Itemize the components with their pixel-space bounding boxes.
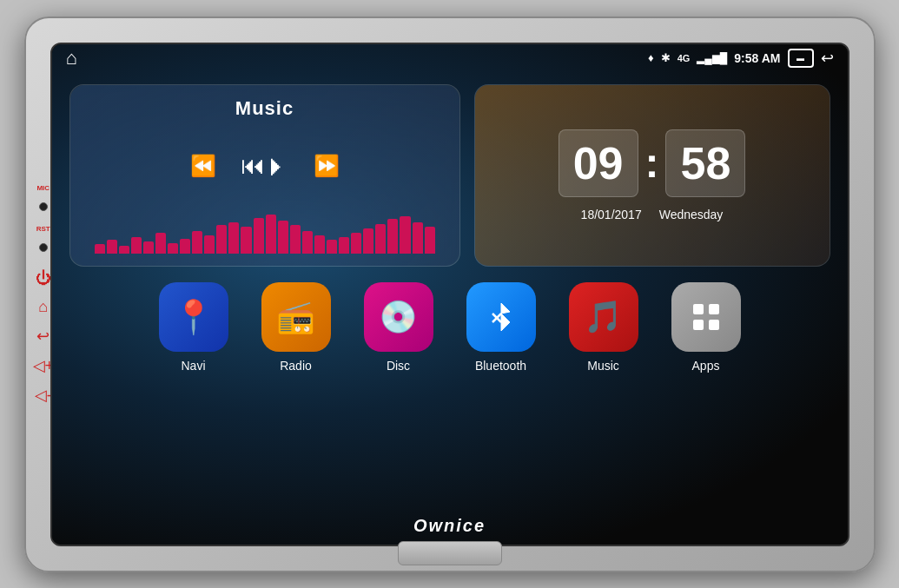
status-time: 9:58 AM (734, 51, 780, 65)
viz-bar (168, 243, 178, 254)
viz-bar (278, 221, 288, 253)
apps-label: Apps (692, 359, 720, 373)
viz-bar (351, 233, 361, 254)
music-icon: 🎵 (584, 299, 623, 335)
bottom-connector (398, 541, 502, 565)
screen-background: ⌂ ♦ ✱ 4G ▂▄▆█ 9:58 AM ▬ ↩ (52, 44, 848, 545)
forward-button[interactable]: ⏩ (314, 154, 340, 178)
radio-label: Radio (280, 359, 312, 373)
status-right: ♦ ✱ 4G ▂▄▆█ 9:58 AM ▬ ↩ (648, 49, 834, 68)
app-disc[interactable]: 💿 Disc (360, 282, 438, 373)
viz-bar (241, 227, 251, 254)
widgets-row: Music ⏪ ⏮⏵ ⏩ 09 : (52, 76, 848, 275)
clock-date-row: 18/01/2017 Wednesday (581, 208, 724, 221)
main-screen: ⌂ ♦ ✱ 4G ▂▄▆█ 9:58 AM ▬ ↩ (50, 43, 849, 546)
clock-date: 18/01/2017 (581, 208, 642, 221)
recent-apps-button[interactable]: ▬ (788, 49, 814, 68)
clock-digits: 09 : 58 (559, 129, 746, 197)
rst-indicator (39, 243, 48, 252)
rst-label: RST (36, 225, 50, 233)
bluetooth-icon-bg (466, 282, 536, 352)
viz-bar (119, 246, 129, 254)
navi-label: Navi (181, 359, 205, 373)
navi-icon: 📍 (173, 298, 214, 336)
viz-bar (339, 237, 349, 254)
viz-bar (192, 231, 202, 254)
app-radio[interactable]: 📻 Radio (257, 282, 335, 373)
main-content-area: Music ⏪ ⏮⏵ ⏩ 09 : (52, 76, 848, 545)
music-widget-title: Music (235, 97, 294, 120)
back-button[interactable]: ↩ (821, 49, 834, 68)
viz-bar (387, 219, 398, 253)
svg-rect-2 (693, 304, 704, 314)
power-button[interactable]: ⏻ (36, 269, 51, 287)
mic-label: MIC (36, 184, 50, 192)
app-apps[interactable]: Apps (667, 282, 745, 373)
status-left: ⌂ (66, 47, 77, 69)
viz-bar (95, 244, 105, 253)
music-icon-bg: 🎵 (569, 282, 638, 352)
disc-icon-bg: 💿 (364, 282, 433, 352)
location-icon: ♦ (648, 51, 654, 64)
clock-minutes: 58 (665, 129, 745, 197)
viz-bar (155, 233, 166, 254)
viz-bar (363, 228, 373, 254)
apps-row: 📍 Navi 📻 Radio 💿 (52, 275, 848, 373)
4g-icon: 4G (678, 53, 691, 63)
app-bluetooth[interactable]: Bluetooth (462, 282, 540, 373)
radio-icon: 📻 (276, 299, 315, 335)
radio-icon-bg: 📻 (261, 282, 331, 352)
viz-bar (254, 218, 264, 254)
clock-colon: : (645, 139, 659, 187)
play-pause-button[interactable]: ⏮⏵ (241, 151, 289, 180)
viz-bar (216, 225, 227, 253)
back-side-button[interactable]: ↩ (36, 327, 50, 346)
bluetooth-icon (482, 298, 520, 336)
device-body: MIC RST ⏻ ⌂ ↩ ◁+ ◁- ⌂ ♦ ✱ 4G ▂▄▆█ 9:58 (24, 17, 876, 572)
viz-bar (290, 225, 301, 253)
viz-bar (266, 215, 276, 253)
volume-down-button[interactable]: ◁- (35, 386, 52, 405)
viz-bar (375, 224, 386, 254)
disc-label: Disc (387, 359, 410, 373)
svg-rect-5 (709, 320, 719, 330)
svg-rect-3 (709, 304, 719, 314)
viz-bar (314, 235, 325, 253)
viz-bar (131, 237, 142, 254)
status-bar: ⌂ ♦ ✱ 4G ▂▄▆█ 9:58 AM ▬ ↩ (52, 44, 848, 72)
apps-icon-bg (671, 282, 741, 352)
music-visualizer (88, 212, 442, 254)
apps-grid-icon (687, 298, 725, 336)
viz-bar (204, 235, 215, 253)
app-navi[interactable]: 📍 Navi (155, 282, 233, 373)
disc-icon: 💿 (379, 299, 418, 335)
clock-widget: 09 : 58 18/01/2017 Wednesday (474, 84, 830, 267)
bluetooth-label: Bluetooth (475, 359, 526, 373)
app-music[interactable]: 🎵 Music (565, 282, 643, 373)
clock-day: Wednesday (659, 208, 724, 221)
home-icon[interactable]: ⌂ (66, 47, 77, 69)
music-label: Music (587, 359, 619, 373)
viz-bar (228, 222, 239, 254)
bluetooth-status-icon: ✱ (661, 51, 671, 64)
signal-bars-icon: ▂▄▆█ (697, 52, 727, 64)
viz-bar (400, 216, 410, 254)
music-controls: ⏪ ⏮⏵ ⏩ (190, 151, 340, 180)
home-side-button[interactable]: ⌂ (38, 298, 48, 316)
viz-bar (107, 240, 117, 253)
viz-bar (180, 239, 190, 254)
rewind-button[interactable]: ⏪ (190, 154, 216, 178)
mic-indicator (39, 202, 48, 211)
viz-bar (425, 227, 435, 254)
brand-label: Ownice (413, 516, 486, 536)
viz-bar (143, 241, 154, 254)
navi-icon-bg: 📍 (159, 282, 228, 352)
viz-bar (302, 231, 313, 254)
svg-rect-4 (693, 320, 704, 330)
viz-bar (413, 222, 423, 254)
viz-bar (327, 240, 337, 253)
clock-hours: 09 (559, 129, 638, 197)
music-widget[interactable]: Music ⏪ ⏮⏵ ⏩ (69, 84, 460, 267)
